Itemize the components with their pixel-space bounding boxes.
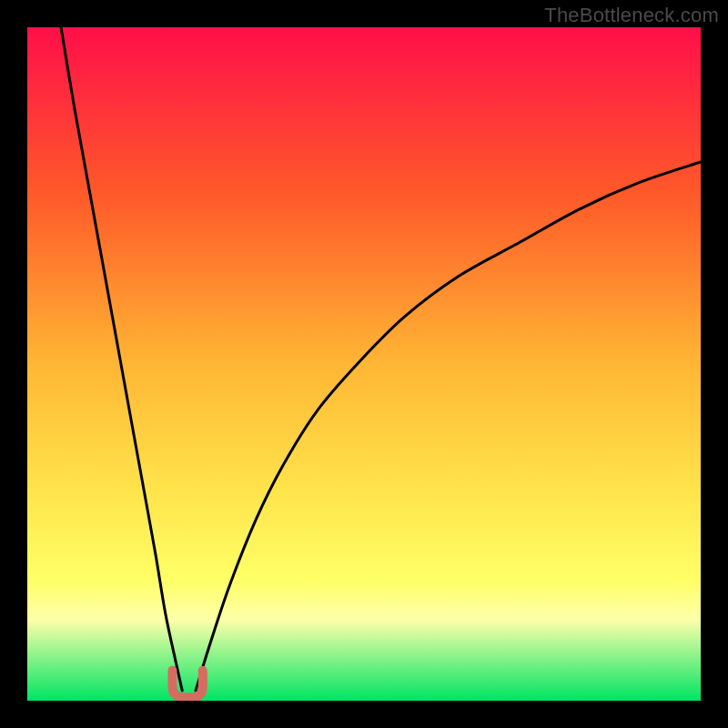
chart-frame: TheBottleneck.com	[0, 0, 728, 728]
bottleneck-chart	[27, 27, 701, 701]
gradient-background	[27, 27, 701, 701]
watermark-text: TheBottleneck.com	[544, 4, 719, 27]
plot-area	[27, 27, 701, 701]
